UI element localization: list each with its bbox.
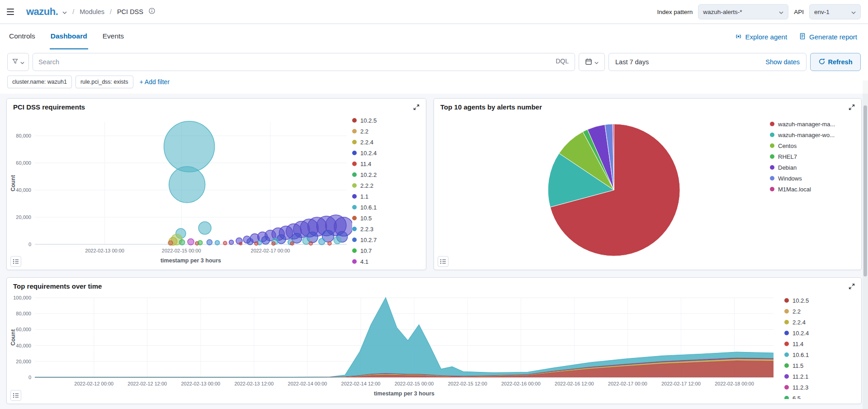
legend-item[interactable]: 10.5: [352, 213, 420, 224]
wazuh-logo[interactable]: wazuh.: [26, 6, 58, 18]
info-icon[interactable]: [149, 8, 155, 16]
tab-controls[interactable]: Controls: [8, 24, 36, 49]
explore-agent-link[interactable]: Explore agent: [735, 32, 788, 41]
legend-item[interactable]: 2.2.4: [784, 317, 857, 328]
svg-text:0: 0: [28, 375, 31, 380]
legend-toggle-button[interactable]: [10, 390, 21, 401]
legend-item[interactable]: 10.2.5: [784, 295, 857, 306]
chevron-down-icon: [20, 59, 24, 66]
tab-events[interactable]: Events: [102, 24, 125, 49]
legend-item[interactable]: 10.2.2: [352, 169, 420, 180]
api-select[interactable]: env-1: [809, 4, 861, 19]
legend-dot: [770, 187, 774, 191]
legend-dot: [784, 363, 789, 368]
legend-item[interactable]: M1Mac.local: [770, 184, 856, 195]
filter-pill[interactable]: cluster.name: wazuh1: [7, 76, 72, 88]
legend-item[interactable]: 2.2: [352, 126, 420, 137]
legend-dot: [352, 183, 357, 188]
tabs: ControlsDashboardEvents: [8, 24, 125, 49]
legend-dot: [770, 122, 774, 126]
svg-text:2022-02-12 00:00: 2022-02-12 00:00: [74, 381, 113, 386]
legend-item[interactable]: 2.2.4: [352, 137, 420, 147]
generate-report-link[interactable]: Generate report: [799, 33, 857, 41]
api-value: env-1: [814, 9, 830, 15]
legend-label: 10.2.2: [360, 171, 377, 178]
legend-item[interactable]: wazuh-manager-wo...: [770, 129, 856, 140]
breadcrumb-modules[interactable]: Modules: [80, 8, 104, 15]
legend-item[interactable]: wazuh-manager-ma...: [770, 119, 856, 129]
legend-item[interactable]: 10.7: [352, 245, 420, 256]
index-pattern-select[interactable]: wazuh-alerts-*: [698, 4, 788, 19]
legend-item[interactable]: 6.5: [784, 393, 857, 399]
legend-item[interactable]: 10.2.7: [352, 234, 420, 245]
legend-label: 6.5: [793, 395, 801, 399]
chevron-down-icon[interactable]: [62, 8, 67, 16]
legend-toggle-button[interactable]: [438, 256, 448, 267]
chart-legend: 10.2.52.22.2.410.2.411.410.2.22.2.21.110…: [352, 115, 420, 265]
legend-dot: [784, 298, 789, 303]
time-range-field[interactable]: Last 7 days Show dates: [609, 53, 807, 71]
legend-item[interactable]: 4.1: [352, 256, 420, 265]
legend-dot: [784, 309, 789, 314]
legend-dot: [352, 151, 357, 155]
dql-label[interactable]: DQL: [556, 57, 569, 65]
legend-label: 11.4: [360, 161, 371, 167]
report-icon: [799, 33, 806, 41]
legend-item[interactable]: 2.2.3: [352, 224, 420, 234]
legend-item[interactable]: 2.2.2: [352, 180, 420, 191]
legend-dot: [352, 162, 357, 166]
search-input[interactable]: [33, 53, 575, 71]
explore-agent-label: Explore agent: [745, 33, 788, 41]
svg-text:timestamp per 3 hours: timestamp per 3 hours: [374, 390, 434, 397]
wazuh-app: wazuh. / Modules / PCI DSS Index pattern…: [0, 0, 868, 409]
module-tabbar: ControlsDashboardEvents Explore agent Ge…: [0, 24, 868, 49]
scrollbar-thumb[interactable]: [863, 105, 867, 276]
tab-dashboard[interactable]: Dashboard: [50, 24, 88, 49]
refresh-button[interactable]: Refresh: [810, 53, 861, 71]
legend-item[interactable]: 10.2.5: [352, 115, 420, 126]
date-picker-button[interactable]: [579, 53, 605, 71]
panel-top-10-agents: Top 10 agents by alerts number wazuh-man…: [434, 98, 862, 270]
filter-pill[interactable]: rule.pci_dss: exists: [75, 76, 133, 88]
expand-icon[interactable]: [848, 282, 856, 292]
saved-query-button[interactable]: [7, 53, 29, 71]
legend-item[interactable]: 11.2.1: [784, 371, 857, 382]
legend-item[interactable]: 11.5: [784, 360, 857, 371]
legend-item[interactable]: RHEL7: [770, 151, 856, 162]
legend-item[interactable]: Debian: [770, 162, 856, 173]
add-filter-link[interactable]: + Add filter: [140, 78, 170, 86]
svg-text:2022-02-14 12:00: 2022-02-14 12:00: [341, 381, 381, 386]
show-dates-link[interactable]: Show dates: [765, 58, 800, 66]
legend-label: 10.5: [360, 215, 372, 222]
svg-text:60,000: 60,000: [16, 327, 31, 332]
legend-toggle-button[interactable]: [10, 256, 21, 267]
time-range-value[interactable]: Last 7 days: [615, 58, 649, 66]
svg-text:0: 0: [28, 242, 31, 247]
menu-icon[interactable]: [0, 0, 22, 24]
legend-dot: [352, 259, 357, 264]
expand-icon[interactable]: [412, 103, 420, 113]
legend-label: 2.2.2: [360, 182, 373, 189]
legend-item[interactable]: 10.2.4: [784, 328, 857, 338]
legend-item[interactable]: Centos: [770, 140, 856, 151]
legend-item[interactable]: 11.4: [352, 158, 420, 169]
panel-pci-dss-requirements: PCI DSS requirements 020,00040,00060,000…: [6, 98, 426, 270]
breadcrumb-separator: /: [110, 8, 112, 15]
legend-label: 11.2.1: [793, 373, 808, 380]
expand-icon[interactable]: [848, 103, 856, 113]
legend-label: 10.6.1: [793, 352, 809, 358]
refresh-icon: [819, 58, 825, 66]
legend-item[interactable]: Windows: [770, 173, 856, 184]
svg-text:Count: Count: [10, 329, 16, 346]
legend-dot: [784, 331, 789, 335]
legend-item[interactable]: 10.2.4: [352, 147, 420, 158]
legend-item[interactable]: 1.1: [352, 191, 420, 202]
legend-item[interactable]: 2.2: [784, 306, 857, 317]
legend-dot: [784, 374, 789, 379]
legend-dot: [352, 194, 357, 199]
legend-item[interactable]: 11.2.3: [784, 382, 857, 393]
legend-item[interactable]: 10.6.1: [784, 349, 857, 360]
breadcrumb-separator: /: [72, 8, 74, 15]
legend-item[interactable]: 11.4: [784, 338, 857, 349]
legend-item[interactable]: 10.6.1: [352, 202, 420, 213]
